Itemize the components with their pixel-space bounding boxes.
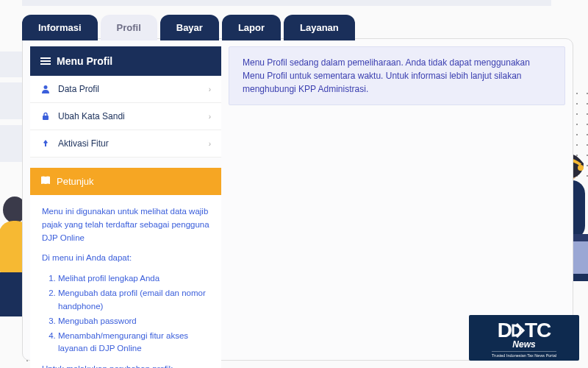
menu-item-ubah-kata-sandi[interactable]: Ubah Kata Sandi › bbox=[30, 103, 221, 130]
menu-profil-title: Menu Profil bbox=[57, 55, 112, 67]
svg-point-10 bbox=[44, 85, 48, 89]
menu-item-label: Ubah Kata Sandi bbox=[58, 111, 125, 121]
content-area: Menu Profil sedang dalam pemeliharaan. A… bbox=[229, 46, 565, 353]
svg-point-5 bbox=[578, 165, 584, 171]
lock-icon bbox=[40, 112, 51, 121]
logo-tagline: Trusted Indonesian Tax News Portal bbox=[492, 351, 556, 358]
tab-bayar[interactable]: Bayar bbox=[160, 15, 219, 40]
book-icon bbox=[40, 176, 51, 187]
petunjuk-intro: Menu ini digunakan untuk melihat data wa… bbox=[42, 205, 209, 244]
petunjuk-body: Menu ini digunakan untuk melihat data wa… bbox=[30, 195, 221, 368]
menu-item-label: Aktivasi Fitur bbox=[58, 138, 109, 149]
logo-sub: News bbox=[512, 339, 535, 350]
petunjuk-lead: Di menu ini Anda dapat: bbox=[42, 252, 209, 265]
tab-lapor[interactable]: Lapor bbox=[222, 15, 281, 40]
chevron-right-icon: › bbox=[209, 85, 211, 93]
petunjuk-list-item: Mengubah password bbox=[58, 315, 209, 328]
ddtc-news-logo: D TC News Trusted Indonesian Tax News Po… bbox=[469, 315, 579, 361]
menu-item-label: Data Profil bbox=[58, 84, 99, 94]
petunjuk-list-item: Menambah/mengurangi fitur akses layanan … bbox=[58, 330, 209, 356]
tab-strip: Informasi Profil Bayar Lapor Layanan bbox=[22, 15, 358, 40]
petunjuk-header: Petunjuk bbox=[30, 168, 221, 195]
svg-rect-11 bbox=[43, 116, 49, 120]
petunjuk-list-item: Mengubah data profil (email dan nomor ha… bbox=[58, 287, 209, 314]
chevron-right-icon: › bbox=[209, 113, 211, 121]
hamburger-icon bbox=[40, 56, 51, 66]
petunjuk-title: Petunjuk bbox=[57, 176, 94, 187]
main-panel: Menu Profil Data Profil › Ubah Kata Sand… bbox=[22, 38, 573, 361]
menu-item-data-profil[interactable]: Data Profil › bbox=[30, 76, 221, 103]
petunjuk-outro: Untuk melakukan perubahan profil: bbox=[42, 363, 209, 368]
menu-item-aktivasi-fitur[interactable]: Aktivasi Fitur › bbox=[30, 130, 221, 158]
sidebar: Menu Profil Data Profil › Ubah Kata Sand… bbox=[30, 46, 221, 353]
tab-profil[interactable]: Profil bbox=[101, 15, 157, 40]
menu-profil-header: Menu Profil bbox=[30, 46, 221, 76]
tab-layanan[interactable]: Layanan bbox=[284, 15, 355, 40]
petunjuk-list: Melihat profil lengkap Anda Mengubah dat… bbox=[58, 272, 209, 355]
person-icon bbox=[40, 85, 51, 93]
decor-top-bar bbox=[22, 0, 551, 6]
maintenance-notice: Menu Profil sedang dalam pemeliharaan. A… bbox=[229, 46, 565, 105]
pin-icon bbox=[40, 139, 51, 148]
chevron-right-icon: › bbox=[209, 140, 211, 148]
tab-informasi[interactable]: Informasi bbox=[22, 15, 98, 40]
petunjuk-list-item: Melihat profil lengkap Anda bbox=[58, 272, 209, 286]
